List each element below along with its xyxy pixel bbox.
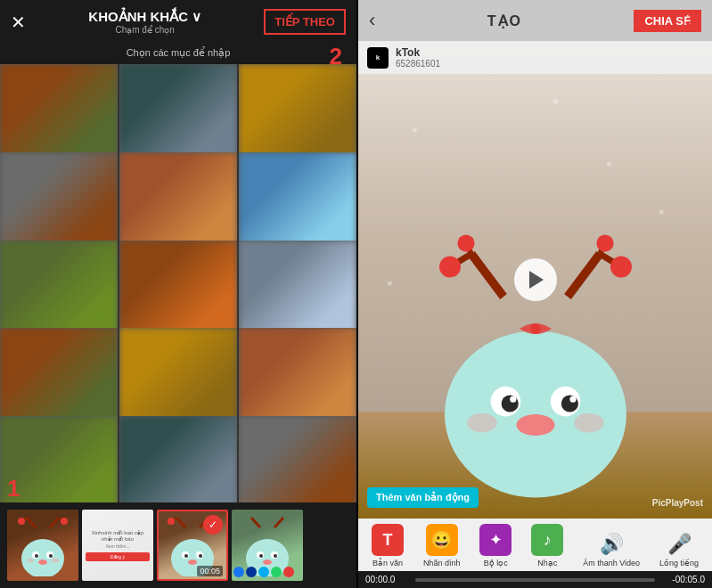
- toolbar-item-ban-van[interactable]: T Bản văn: [372, 524, 404, 568]
- svg-line-2: [50, 518, 59, 527]
- ban-van-icon: T: [372, 524, 404, 556]
- preview-top-bar: k kTok 652861601: [358, 41, 712, 74]
- ban-van-icon-text: T: [382, 531, 392, 550]
- play-button[interactable]: [514, 258, 557, 301]
- photo-grid: [0, 64, 356, 502]
- nhac-icon-text: ♪: [544, 531, 552, 550]
- svg-line-26: [251, 518, 260, 527]
- timeline-time-right: -00:05.0: [660, 575, 705, 584]
- step-1-label: 1: [7, 475, 20, 502]
- title-text: KHOẢNH KHẮC: [88, 9, 188, 25]
- fb-icon: [246, 567, 257, 577]
- svg-point-9: [38, 559, 47, 565]
- bottom-toolbar: T Bản văn 😀 Nhãn dính ✦ Bộ lọc: [358, 519, 712, 571]
- svg-point-10: [27, 559, 34, 563]
- svg-point-21: [184, 554, 188, 558]
- svg-point-11: [52, 559, 59, 563]
- toolbar-item-am-thanh[interactable]: 🔊 Âm thanh Video: [583, 533, 640, 568]
- timeline-track[interactable]: [415, 578, 655, 582]
- bo-loc-icon: ✦: [479, 524, 511, 556]
- nhac-icon: ♪: [531, 524, 563, 556]
- svg-point-40: [439, 256, 461, 277]
- svg-point-43: [596, 234, 613, 251]
- subtitle-text: Chạm để chọn: [115, 25, 174, 35]
- toolbar-item-nhac[interactable]: ♪ Nhạc: [531, 524, 563, 568]
- app-icon: k: [367, 47, 389, 69]
- nhac-label: Nhạc: [537, 559, 557, 568]
- snowflake: ❄: [412, 127, 418, 135]
- step-2-label: 2: [330, 43, 342, 70]
- svg-point-51: [516, 414, 554, 436]
- nhan-dinh-icon-emoji: 😀: [430, 529, 453, 551]
- svg-point-52: [467, 413, 497, 433]
- snowflake: ❄: [387, 280, 393, 288]
- svg-line-0: [27, 518, 36, 527]
- svg-point-54: [530, 323, 541, 334]
- video-preview[interactable]: ❄ ❄ ❄ ❄ ❄ · · k kTok 652861601: [358, 41, 712, 519]
- app-icon-text: k: [376, 53, 380, 61]
- snowflake: ❄: [659, 208, 665, 216]
- thumbnail-item-selected[interactable]: ✓ 00:05: [157, 510, 228, 581]
- right-panel-title: TẠO: [487, 12, 522, 29]
- step-3-label: 3: [685, 5, 698, 33]
- svg-line-34: [471, 254, 503, 297]
- svg-point-50: [569, 396, 576, 403]
- toolbar-item-bo-loc[interactable]: ✦ Bộ lọc: [479, 524, 511, 568]
- left-panel: ✕ KHOẢNH KHẮC ∨ Chạm để chọn TIẾP THEO C…: [0, 0, 356, 588]
- app-info: kTok 652861601: [396, 46, 440, 69]
- svg-point-49: [510, 396, 516, 403]
- nhan-dinh-icon: 😀: [426, 524, 458, 556]
- snowflake: ❄: [606, 160, 612, 168]
- dropdown-icon[interactable]: ∨: [192, 9, 201, 25]
- thumbnail-item[interactable]: [7, 510, 78, 581]
- svg-point-41: [457, 234, 474, 251]
- thumbnail-item[interactable]: Xinhxinh mới bao cập nhật mới báo Xem th…: [82, 510, 153, 581]
- svg-point-23: [188, 559, 197, 565]
- svg-point-53: [574, 413, 604, 433]
- preview-inner: ❄ ❄ ❄ ❄ ❄ · · k kTok 652861601: [358, 41, 712, 519]
- left-header: ✕ KHOẢNH KHẮC ∨ Chạm để chọn TIẾP THEO: [0, 0, 356, 44]
- mic-icon: 🎤: [667, 533, 692, 556]
- toolbar-item-nhan-dinh[interactable]: 😀 Nhãn dính: [423, 524, 461, 568]
- svg-line-27: [274, 518, 283, 527]
- long-tieng-label: Lồng tiếng: [659, 559, 699, 568]
- grid-cell[interactable]: [239, 416, 356, 502]
- back-icon[interactable]: ‹: [369, 9, 375, 32]
- facebook-icon: [233, 567, 244, 577]
- toolbar-item-long-tieng[interactable]: 🎤 Lồng tiếng: [659, 533, 699, 568]
- snowflake: ·: [464, 146, 466, 154]
- toolbar-icons-row: T Bản văn 😀 Nhãn dính ✦ Bộ lọc: [358, 524, 712, 568]
- svg-point-32: [274, 554, 277, 558]
- svg-line-37: [568, 254, 600, 297]
- close-icon[interactable]: ✕: [11, 12, 26, 33]
- thumb-text-content: Xinhxinh mới bao cập nhật mới báo Xem th…: [82, 526, 153, 565]
- timeline-bar: 00:00.0 -00:05.0: [358, 571, 712, 588]
- svg-line-14: [176, 518, 185, 527]
- svg-point-33: [263, 559, 272, 565]
- add-animated-text-button[interactable]: Thêm văn bản động: [367, 487, 479, 508]
- svg-point-22: [199, 554, 202, 558]
- bo-loc-icon-text: ✦: [489, 530, 503, 550]
- play-icon: [529, 271, 544, 289]
- svg-point-48: [561, 395, 577, 412]
- svg-point-8: [49, 554, 53, 558]
- svg-point-42: [610, 256, 632, 277]
- right-panel: ‹ TẠO CHIA SẺ 3 ❄ ❄ ❄ ❄ ❄ · · k: [358, 0, 712, 588]
- am-thanh-label: Âm thanh Video: [583, 559, 640, 568]
- panel-title: KHOẢNH KHẮC ∨: [88, 9, 201, 25]
- social-icon-red: [283, 567, 294, 577]
- thumbnail-strip: Xinhxinh mới bao cập nhật mới báo Xem th…: [0, 502, 356, 588]
- ban-van-label: Bản văn: [372, 559, 403, 568]
- creature-thumb-svg: [16, 514, 70, 576]
- nhan-dinh-label: Nhãn dính: [423, 559, 461, 568]
- svg-point-47: [501, 395, 518, 412]
- timeline-time-left: 00:00.0: [365, 575, 410, 584]
- title-wrap: KHOẢNH KHẮC ∨ Chạm để chọn: [88, 9, 201, 35]
- speaker-icon: 🔊: [600, 533, 624, 556]
- thumbnail-item[interactable]: [232, 510, 303, 581]
- watermark-text: PicPlayPost: [652, 498, 703, 508]
- bo-loc-label: Bộ lọc: [484, 559, 508, 568]
- svg-point-12: [18, 518, 25, 525]
- tiep-theo-button[interactable]: TIẾP THEO: [264, 9, 346, 35]
- grid-cell[interactable]: [119, 416, 237, 502]
